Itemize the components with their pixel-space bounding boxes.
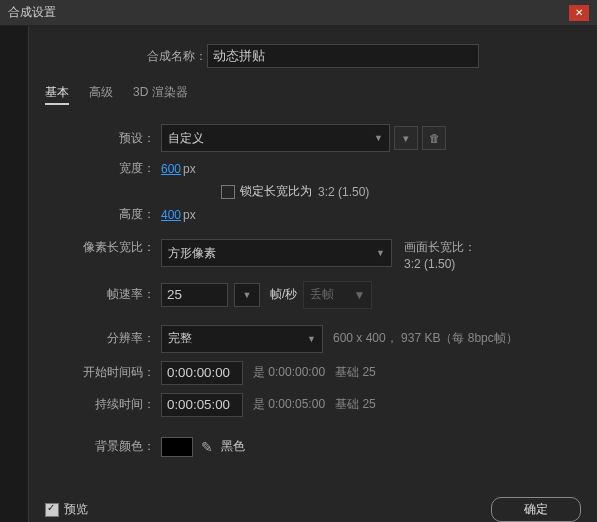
bg-label: 背景颜色： xyxy=(45,438,155,455)
height-label: 高度： xyxy=(45,206,155,223)
height-value[interactable]: 400 xyxy=(161,208,181,222)
tab-advanced[interactable]: 高级 xyxy=(89,82,113,105)
duration-input[interactable] xyxy=(161,393,243,417)
start-base: 基础 25 xyxy=(335,364,376,381)
comp-name-input[interactable] xyxy=(207,44,479,68)
res-value: 完整 xyxy=(168,330,192,347)
tab-3d-renderer[interactable]: 3D 渲染器 xyxy=(133,82,188,105)
res-info: 600 x 400， 937 KB（每 8bpc帧） xyxy=(333,330,518,347)
dur-is: 是 0:00:05:00 xyxy=(253,396,325,413)
save-preset-icon[interactable]: ▾ xyxy=(394,126,418,150)
preset-select[interactable]: 自定义 ▼ xyxy=(161,124,390,152)
preview-checkbox[interactable] xyxy=(45,503,59,517)
frame-aspect-value: 3:2 (1.50) xyxy=(404,256,476,273)
par-select[interactable]: 方形像素 ▼ xyxy=(161,239,392,267)
preset-label: 预设： xyxy=(45,130,155,147)
par-label: 像素长宽比： xyxy=(45,239,155,256)
res-label: 分辨率： xyxy=(45,330,155,347)
eyedropper-icon[interactable]: ✎ xyxy=(201,439,213,455)
start-tc-label: 开始时间码： xyxy=(45,364,155,381)
duration-label: 持续时间： xyxy=(45,396,155,413)
bg-color-swatch[interactable] xyxy=(161,437,193,457)
resolution-select[interactable]: 完整 ▼ xyxy=(161,325,323,353)
chevron-down-icon: ▼ xyxy=(376,248,385,258)
chevron-down-icon: ▼ xyxy=(374,133,383,143)
start-tc-input[interactable] xyxy=(161,361,243,385)
width-value[interactable]: 600 xyxy=(161,162,181,176)
close-icon[interactable]: ✕ xyxy=(569,5,589,21)
lock-aspect-label: 锁定长宽比为 xyxy=(240,183,312,200)
tab-basic[interactable]: 基本 xyxy=(45,82,69,105)
preview-label: 预览 xyxy=(64,501,88,518)
width-label: 宽度： xyxy=(45,160,155,177)
height-unit: px xyxy=(183,208,196,222)
ok-button[interactable]: 确定 xyxy=(491,497,581,522)
frame-aspect-label: 画面长宽比： xyxy=(404,239,476,256)
preset-value: 自定义 xyxy=(168,130,204,147)
fps-unit: 帧/秒 xyxy=(270,286,297,303)
fps-label: 帧速率： xyxy=(45,286,155,303)
start-is: 是 0:00:00:00 xyxy=(253,364,325,381)
fps-input[interactable] xyxy=(161,283,228,307)
delete-preset-icon[interactable]: 🗑 xyxy=(422,126,446,150)
dropframe-value: 丢帧 xyxy=(310,286,334,303)
chevron-down-icon: ▼ xyxy=(307,334,316,344)
dropframe-select: 丢帧 ▼ xyxy=(303,281,372,309)
bg-color-name: 黑色 xyxy=(221,438,245,455)
width-unit: px xyxy=(183,162,196,176)
lock-aspect-checkbox[interactable] xyxy=(221,185,235,199)
dialog-title: 合成设置 xyxy=(8,4,56,21)
lock-ratio: 3:2 (1.50) xyxy=(318,185,369,199)
chevron-down-icon: ▼ xyxy=(353,288,365,302)
name-label: 合成名称： xyxy=(147,48,207,65)
dur-base: 基础 25 xyxy=(335,396,376,413)
fps-dropdown-icon[interactable]: ▼ xyxy=(234,283,260,307)
par-value: 方形像素 xyxy=(168,245,216,262)
